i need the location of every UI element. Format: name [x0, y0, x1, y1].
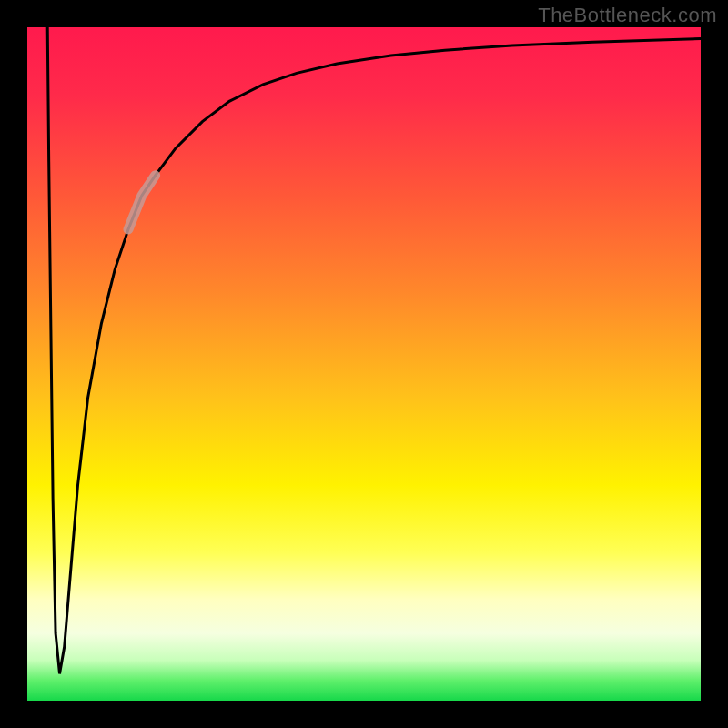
bottleneck-curve	[47, 27, 701, 673]
curve-highlight	[128, 176, 156, 229]
plot-area	[27, 27, 701, 701]
watermark-text: TheBottleneck.com	[538, 4, 717, 27]
curve-svg	[27, 27, 701, 701]
chart-frame: TheBottleneck.com	[0, 0, 728, 728]
